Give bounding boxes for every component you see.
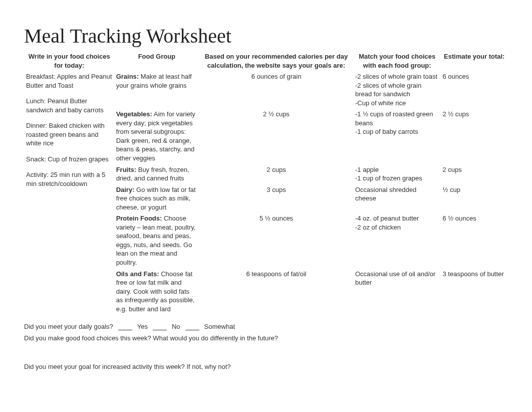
- total-cell: 2 cups: [441, 164, 508, 184]
- food-group-cell: Grains: Make at least half your grains w…: [114, 71, 199, 109]
- activity-question: Did you meet your goal for increased act…: [24, 363, 508, 370]
- page-title: Meal Tracking Worksheet: [24, 24, 508, 48]
- food-group-cell: Fruits: Buy fresh, frozen, dried, and ca…: [114, 164, 199, 184]
- food-choices-cell: Breakfast: Apples and Peanut Butter and …: [25, 71, 115, 315]
- col-header-group: Food Group: [114, 51, 199, 71]
- group-label: Dairy:: [116, 186, 135, 193]
- match-cell: -1 apple -1 cup of frozen grapes: [353, 164, 441, 184]
- meal-tracking-table: Write in your food choices for today: Fo…: [24, 51, 508, 315]
- group-desc: Aim for variety every day; pick vegetabl…: [116, 110, 195, 162]
- goal-cell: 6 ounces of grain: [199, 71, 354, 109]
- food-group-cell: Protein Foods: Choose variety – lean mea…: [114, 213, 199, 268]
- group-desc: Choose variety – lean meat, poultry, sea…: [116, 215, 196, 266]
- group-label: Fruits:: [116, 166, 136, 173]
- goal-cell: 5 ½ ounces: [199, 213, 354, 268]
- breakfast-entry: Breakfast: Apples and Peanut Butter and …: [26, 72, 113, 90]
- total-cell: 6 ounces: [441, 71, 508, 109]
- opt-no: No: [172, 323, 180, 330]
- blank-no[interactable]: [153, 323, 167, 330]
- match-cell: Occasional use of oil and/or butter: [353, 268, 441, 315]
- table-row: Breakfast: Apples and Peanut Butter and …: [25, 71, 508, 109]
- diet-question: Did you make good food choices this week…: [24, 334, 508, 342]
- goal-cell: 6 teaspoons of fat/oil: [199, 268, 354, 315]
- group-label: Protein Foods:: [116, 215, 162, 222]
- total-cell: ½ cup: [441, 184, 508, 213]
- group-label: Grains:: [116, 73, 139, 80]
- blank-yes[interactable]: [118, 323, 132, 330]
- col-header-choices: Write in your food choices for today:: [25, 51, 115, 71]
- match-cell: Occasional shredded cheese: [353, 184, 441, 213]
- col-header-total: Estimate your total:: [441, 51, 508, 71]
- match-cell: -1 ½ cups of roasted green beans -1 cup …: [353, 109, 441, 164]
- opt-yes: Yes: [137, 323, 148, 330]
- goal-cell: 2 ½ cups: [199, 109, 354, 164]
- activity-entry: Activity: 25 min run with a 5 min stretc…: [26, 170, 113, 188]
- met-goals-question: Did you meet your daily goals?: [24, 323, 113, 330]
- food-group-cell: Dairy: Go with low fat or fat free choic…: [114, 184, 199, 213]
- match-cell: -4 oz. of peanut butter -2 oz of chicken: [353, 213, 441, 268]
- snack-entry: Snack: Cup of frozen grapes: [26, 155, 113, 164]
- total-cell: 2 ½ cups: [441, 109, 508, 164]
- goal-cell: 3 cups: [199, 184, 354, 213]
- col-header-goals: Based on your recommended calories per d…: [199, 51, 354, 71]
- opt-somewhat: Somewhat: [204, 323, 235, 330]
- group-label: Oils and Fats:: [116, 270, 159, 278]
- total-cell: 6 ½ ounces: [441, 213, 508, 268]
- lunch-entry: Lunch: Peanut Butter sandwich and baby c…: [26, 97, 113, 114]
- goal-cell: 2 cups: [199, 164, 354, 184]
- blank-somewhat[interactable]: [185, 323, 199, 330]
- group-label: Vegetables:: [116, 110, 152, 118]
- food-group-cell: Vegetables: Aim for variety every day; p…: [114, 109, 199, 164]
- col-header-match: Match your food choices with each food g…: [353, 51, 441, 71]
- dinner-entry: Dinner: Baked chicken with roasted green…: [26, 121, 113, 148]
- met-goals-line: Did you meet your daily goals? Yes No So…: [24, 323, 508, 330]
- total-cell: 3 teaspoons of butter: [441, 268, 508, 315]
- food-group-cell: Oils and Fats: Choose fat free or low fa…: [114, 268, 199, 315]
- match-cell: -2 slices of whole grain toast -2 slices…: [353, 71, 441, 109]
